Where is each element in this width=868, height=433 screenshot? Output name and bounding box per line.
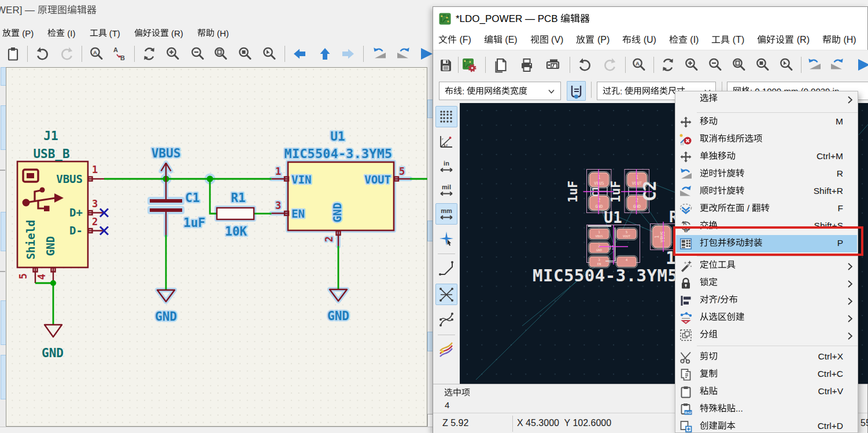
update-pcb-icon[interactable]	[855, 57, 868, 73]
selection-status-count: 4	[445, 400, 449, 410]
context-menu-item-grouping[interactable]	[676, 326, 857, 344]
board-setup-icon[interactable]	[461, 57, 477, 73]
zoom-fit-page-icon[interactable]	[731, 57, 747, 73]
context-menu-item-locking[interactable]	[676, 274, 857, 292]
context-menu-label	[700, 260, 736, 270]
menu-pcb-menubar-8[interactable]: (H)	[816, 35, 863, 45]
print-icon[interactable]	[519, 57, 535, 73]
nav-back-icon[interactable]	[291, 46, 308, 62]
context-menu-item-align-distribute[interactable]: /	[676, 292, 857, 309]
rotate-ccw-icon[interactable]	[371, 46, 387, 62]
refresh-icon[interactable]	[141, 46, 157, 62]
context-menu-item-flip[interactable]: / F	[676, 200, 857, 218]
context-menu-item-unroute-selected[interactable]	[676, 131, 857, 148]
svg-text:VOUT: VOUT	[623, 234, 631, 238]
menu-pcb-menubar-0[interactable]: (F)	[432, 35, 478, 45]
crosshair-cursor-icon[interactable]	[435, 227, 457, 249]
grid-visibility-icon[interactable]	[435, 106, 457, 127]
zoom-fit-objects-icon[interactable]	[755, 57, 771, 73]
context-menu-label	[700, 186, 745, 196]
context-menu-item-rotate-ccw[interactable]: R	[676, 166, 857, 183]
svg-text:B: B	[120, 54, 125, 61]
context-menu-item-create-from-selection[interactable]	[676, 309, 857, 326]
sch-text: 2	[92, 216, 98, 227]
pcb-left-toolbar: rθinmilmm	[433, 103, 460, 384]
paste-icon[interactable]	[5, 46, 21, 62]
net-highlight-icon[interactable]	[435, 339, 457, 360]
zoom-in-icon[interactable]	[684, 57, 700, 73]
redo-icon[interactable]	[602, 57, 618, 73]
run-pcbnew-icon[interactable]	[418, 46, 434, 62]
redo-icon[interactable]	[59, 46, 75, 62]
menu-schematic-menubar-3[interactable]: (R)	[127, 28, 190, 38]
context-menu-item-paste-special[interactable]: R42...	[676, 401, 857, 418]
context-menu-item-cut[interactable]: Ctrl+X	[676, 348, 857, 366]
sch-text: 5	[17, 273, 29, 279]
find-icon[interactable]: A	[631, 57, 647, 73]
context-menu-item-copy[interactable]: Ctrl+C	[676, 366, 857, 383]
menu-schematic-menubar-1[interactable]: (I)	[40, 28, 82, 38]
zoom-fit-objects-icon[interactable]	[237, 46, 253, 62]
menu-pcb-menubar-3[interactable]: (P)	[570, 35, 616, 45]
svg-text:3: 3	[598, 258, 600, 262]
sch-text: 2	[323, 236, 335, 242]
save-icon[interactable]	[438, 57, 454, 73]
context-menu-item-move[interactable]: M	[676, 113, 857, 131]
toolbar-separator	[0, 271, 5, 272]
context-menu-label	[700, 421, 736, 431]
zoom-out-icon[interactable]	[707, 57, 723, 73]
zoom-fit-page-icon[interactable]	[213, 46, 229, 62]
sch-text: Shield	[24, 220, 37, 260]
zoom-selection-icon[interactable]	[778, 57, 795, 73]
toolbar-chip[interactable]	[1, 67, 6, 86]
find-replace-icon[interactable]: AB	[112, 46, 128, 62]
toolbar-chip[interactable]	[1, 300, 6, 345]
track-width-dropdown[interactable]: :	[439, 82, 561, 100]
page-settings-icon[interactable]	[493, 57, 509, 73]
menu-schematic-menubar-2[interactable]: (T)	[83, 28, 127, 38]
context-menu-item-rotate-cw[interactable]: Shift+R	[676, 183, 857, 200]
toolbar-chip[interactable]	[1, 355, 6, 399]
toolbar-chip[interactable]	[1, 212, 6, 251]
zoom-selection-icon[interactable]	[261, 46, 278, 62]
toolbar-chip[interactable]	[1, 105, 6, 150]
units-mils-icon[interactable]: mil	[435, 179, 457, 201]
rotate-cw-icon[interactable]	[396, 46, 412, 62]
context-menu-item-select[interactable]	[676, 90, 857, 108]
undo-icon[interactable]	[577, 57, 593, 73]
nav-forward-icon[interactable]	[340, 46, 356, 62]
menu-schematic-menubar-0[interactable]: (P)	[0, 28, 40, 38]
context-menu-item-duplicate[interactable]: Ctrl+D	[676, 418, 857, 433]
menu-pcb-menubar-1[interactable]: (E)	[478, 35, 524, 45]
refresh-icon[interactable]	[660, 57, 676, 73]
schematic-canvas[interactable]: J1USB_BVBUSD+D-ShieldGND13254VBUSC11uFR1…	[6, 67, 427, 427]
undo-icon[interactable]	[34, 46, 50, 62]
route-45deg-icon[interactable]	[435, 258, 457, 279]
find-icon[interactable]: A	[88, 46, 105, 62]
sch-text: 1	[275, 166, 281, 177]
menu-pcb-menubar-6[interactable]: (T)	[705, 35, 751, 45]
context-menu-item-move-individually[interactable]: Ctrl+M	[676, 148, 857, 166]
zoom-in-icon[interactable]	[165, 46, 181, 62]
rotate-ccw-icon[interactable]	[806, 57, 822, 73]
menu-pcb-menubar-4[interactable]: (U)	[616, 35, 663, 45]
menu-pcb-menubar-7[interactable]: (R)	[751, 35, 816, 45]
units-mm-icon[interactable]: mm	[435, 203, 457, 225]
ratsnest-curved-icon[interactable]	[435, 309, 457, 330]
menu-pcb-menubar-5[interactable]: (I)	[663, 35, 706, 45]
nav-up-icon[interactable]	[317, 46, 333, 62]
units-inches-icon[interactable]: in	[435, 156, 457, 177]
menu-schematic-menubar-4[interactable]: (H)	[190, 28, 236, 38]
rotate-cw-icon[interactable]	[829, 57, 845, 73]
context-menu-label	[700, 329, 718, 340]
ratsnest-visibility-icon[interactable]	[435, 284, 457, 305]
menu-pcb-menubar-2[interactable]: (V)	[524, 35, 570, 45]
plot-icon[interactable]	[545, 57, 561, 73]
sch-symbol-u1[interactable]: U1MIC5504-3.3YM5VINVOUTENGND1352	[272, 130, 411, 246]
auto-track-width-button[interactable]	[567, 81, 586, 101]
pcbnew-app-icon	[439, 13, 451, 25]
context-menu-item-paste[interactable]: Ctrl+V	[676, 383, 857, 401]
context-menu-item-positioning-tools[interactable]	[676, 257, 857, 274]
zoom-out-icon[interactable]	[190, 46, 206, 62]
polar-coordinates-icon[interactable]: rθ	[435, 131, 457, 152]
